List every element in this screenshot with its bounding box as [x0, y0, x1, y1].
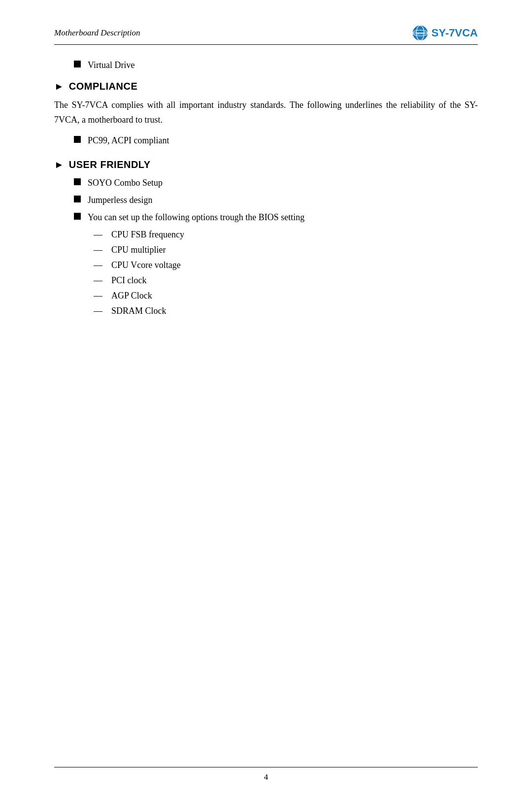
dash-icon-6: —	[94, 304, 104, 318]
svg-text:SOYO: SOYO	[417, 32, 424, 35]
dash-item-2: — CPU multiplier	[94, 243, 478, 257]
header-logo: SOYO SY-7VCA	[412, 25, 478, 41]
dash-item-2-text: CPU multiplier	[111, 243, 166, 257]
dash-icon-5: —	[94, 289, 104, 302]
uf-bullet-3: You can set up the following options tro…	[74, 211, 478, 224]
dash-item-3: — CPU Vcore voltage	[94, 259, 478, 272]
compliance-heading: ► COMPLIANCE	[54, 81, 478, 92]
bullet-square-icon-5	[74, 213, 81, 220]
uf-bullet-2: Jumperless design	[74, 194, 478, 207]
page-container: Motherboard Description SOYO SY-7VCA Vir…	[54, 0, 478, 797]
dash-item-5-text: AGP Clock	[111, 289, 152, 302]
intro-bullet-item: Virtual Drive	[74, 59, 478, 72]
user-friendly-arrow-icon: ►	[54, 159, 64, 170]
bullet-square-icon-2	[74, 136, 81, 143]
bios-sub-list: — CPU FSB frequency — CPU multiplier — C…	[94, 228, 478, 318]
uf-bullet-3-text: You can set up the following options tro…	[88, 211, 304, 224]
dash-icon-1: —	[94, 228, 104, 241]
dash-item-4-text: PCI clock	[111, 274, 147, 287]
page-header: Motherboard Description SOYO SY-7VCA	[54, 25, 478, 45]
compliance-paragraph: The SY-7VCA complies with all important …	[54, 98, 478, 127]
uf-bullet-1-text: SOYO Combo Setup	[88, 176, 163, 190]
dash-item-6-text: SDRAM Clock	[111, 304, 166, 318]
soyo-logo-icon: SOYO	[412, 25, 429, 41]
compliance-arrow-icon: ►	[54, 81, 64, 92]
page-number: 4	[264, 772, 268, 782]
user-friendly-heading: ► USER FRIENDLY	[54, 159, 478, 170]
header-title: Motherboard Description	[54, 28, 140, 38]
compliance-bullet-item: PC99, ACPI compliant	[74, 134, 478, 147]
compliance-title: COMPLIANCE	[69, 81, 137, 92]
uf-bullet-2-text: Jumperless design	[88, 194, 152, 207]
bullet-square-icon-3	[74, 178, 81, 185]
dash-item-1: — CPU FSB frequency	[94, 228, 478, 241]
header-logo-text: SY-7VCA	[432, 27, 478, 39]
dash-icon-4: —	[94, 274, 104, 287]
dash-item-3-text: CPU Vcore voltage	[111, 259, 181, 272]
dash-item-4: — PCI clock	[94, 274, 478, 287]
compliance-bullet-text: PC99, ACPI compliant	[88, 134, 169, 147]
uf-bullet-1: SOYO Combo Setup	[74, 176, 478, 190]
dash-icon-3: —	[94, 259, 104, 272]
bullet-square-icon-4	[74, 196, 81, 202]
intro-bullet-text: Virtual Drive	[88, 59, 134, 72]
dash-item-6: — SDRAM Clock	[94, 304, 478, 318]
dash-item-5: — AGP Clock	[94, 289, 478, 302]
page-footer: 4	[54, 767, 478, 782]
dash-item-1-text: CPU FSB frequency	[111, 228, 184, 241]
dash-icon-2: —	[94, 243, 104, 257]
bullet-square-icon	[74, 61, 81, 67]
user-friendly-title: USER FRIENDLY	[69, 159, 151, 170]
